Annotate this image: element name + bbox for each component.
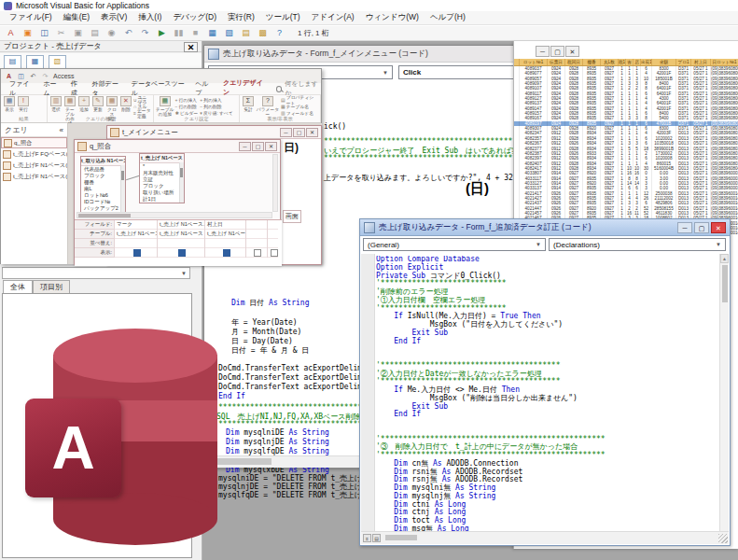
ribbon-mini-button[interactable]: ▦テーブル名 xyxy=(281,103,318,109)
header-cell[interactable]: 税回日 xyxy=(565,59,583,65)
show-checkbox[interactable] xyxy=(133,249,141,257)
object-combo[interactable]: (General) ▼ xyxy=(363,238,546,251)
main-menu-form-title-bar[interactable]: t_メインメニュー ─ ▢ ✕ xyxy=(107,126,321,139)
nav-item-query[interactable]: t_売上げF FQベース(t_取... xyxy=(1,148,67,160)
header-cell[interactable]: 丸L数 xyxy=(601,59,619,65)
collapse-pane-icon[interactable]: « xyxy=(60,126,63,134)
horizontal-scrollbar[interactable] xyxy=(77,212,272,218)
header-cell[interactable]: 棚番 xyxy=(583,59,601,65)
menu-item[interactable]: アドイン(A) xyxy=(306,12,360,23)
procedure-view-icon[interactable]: ≡ xyxy=(363,534,371,542)
show-checkbox[interactable] xyxy=(178,249,186,257)
field-item[interactable]: 取り扱い場所 xyxy=(140,189,184,196)
paste-icon[interactable]: ▤ xyxy=(89,27,101,39)
maximize-icon[interactable]: ▢ xyxy=(550,46,564,57)
field-item[interactable]: 南L xyxy=(81,186,125,192)
close-icon[interactable]: ✕ xyxy=(265,142,277,151)
field-list-target[interactable]: t_売上げ N1ベース*月末販売対性立証ブロック取り扱い場所計1日 xyxy=(139,153,185,203)
run-icon[interactable]: ▶ xyxy=(156,27,168,39)
field-item[interactable]: IDコード№ xyxy=(81,199,125,205)
find-icon[interactable]: ◉ xyxy=(105,27,118,39)
maximize-icon[interactable]: ▢ xyxy=(252,142,264,151)
form-button-fragment[interactable]: 画面 xyxy=(283,210,301,223)
properties-tab[interactable]: 項目別 xyxy=(33,280,70,294)
header-cell[interactable]: 伝票日 xyxy=(548,59,565,65)
menu-item[interactable]: ファイル(F) xyxy=(4,12,58,23)
view-code-icon[interactable]: ▤ xyxy=(4,55,21,69)
full-module-view-icon[interactable]: ▤ xyxy=(372,534,381,542)
menu-item[interactable]: 実行(R) xyxy=(222,12,260,23)
grid-column[interactable] xyxy=(267,220,278,258)
project-explorer-icon[interactable]: ▧ xyxy=(223,27,235,39)
ribbon-mini-button[interactable]: +列の挿入 xyxy=(200,96,232,103)
ribbon-button[interactable]: +追加 xyxy=(77,96,91,112)
scrollbar-thumb[interactable] xyxy=(722,265,728,302)
field-item[interactable]: 立証 xyxy=(140,176,184,183)
ribbon-button[interactable]: ?パラメーター xyxy=(256,96,280,117)
scroll-up-icon[interactable]: ▲ xyxy=(720,254,729,263)
vertical-scrollbar[interactable] xyxy=(272,154,278,212)
close-icon[interactable]: ✕ xyxy=(565,46,579,57)
field-item[interactable]: ブロック xyxy=(81,173,125,179)
redo-icon[interactable]: ↷ xyxy=(139,27,151,39)
header-cell[interactable]: 税1 xyxy=(619,59,626,65)
close-icon[interactable]: ✕ xyxy=(306,128,318,137)
procedure-combo[interactable]: (Declarations) ▼ xyxy=(549,238,726,251)
break-icon[interactable]: ▮▮ xyxy=(173,27,185,39)
undo-icon[interactable]: ↶ xyxy=(122,27,134,39)
navigation-pane-header[interactable]: クエリ « xyxy=(1,123,67,137)
nav-item-query[interactable]: t_売上げF N1ベース(店別... xyxy=(1,171,67,182)
menu-item[interactable]: デバッグ(D) xyxy=(167,12,222,23)
ribbon-button[interactable]: Σ集計 xyxy=(242,96,255,112)
view-object-icon[interactable]: ▦ xyxy=(26,55,44,69)
menu-item[interactable]: 挿入(I) xyxy=(132,12,167,23)
properties-tab[interactable]: 全体 xyxy=(3,280,33,294)
code-editor-edit[interactable]: Option Compare DatabaseOption ExplicitPr… xyxy=(376,256,717,533)
access-icon[interactable]: A xyxy=(5,27,17,39)
field-item[interactable]: 月末販売対性 xyxy=(140,170,184,176)
field-item[interactable]: バックアップ2 xyxy=(81,205,125,212)
ribbon-mini-button[interactable]: ▥フィールド名 xyxy=(281,109,318,116)
ribbon-button[interactable]: !実行 xyxy=(17,96,30,112)
grid-column[interactable]: マークt_売上げ N1ベース xyxy=(114,220,157,258)
minimize-icon[interactable]: ─ xyxy=(677,222,692,233)
maximize-icon[interactable]: ▢ xyxy=(293,128,305,137)
design-mode-icon[interactable]: ▦ xyxy=(206,27,218,39)
field-list-source[interactable]: t_取り込み N1ベース代表品番ブロック棚番南Lロット№6IDコード№バックアッ… xyxy=(80,156,126,214)
scrollbar-thumb[interactable] xyxy=(385,535,417,540)
show-checkbox[interactable] xyxy=(223,249,230,257)
menu-item[interactable]: ヘルプ(H) xyxy=(425,12,471,23)
help-icon[interactable]: ? xyxy=(273,27,285,39)
field-item[interactable]: 棚番 xyxy=(81,179,125,186)
nav-item-query[interactable]: t_売上げF N1ベース(t_取... xyxy=(1,160,67,171)
field-list-scrollbar[interactable] xyxy=(120,165,125,213)
maximize-icon[interactable]: ▢ xyxy=(694,222,709,233)
header-cell[interactable]: ロット№1 xyxy=(520,59,548,65)
field-item[interactable]: * xyxy=(140,163,184,170)
minimize-icon[interactable]: ─ xyxy=(536,46,550,57)
menu-item[interactable]: 表示(V) xyxy=(95,12,132,23)
show-checkbox[interactable] xyxy=(254,249,261,257)
scrollbar-thumb[interactable] xyxy=(78,214,131,217)
ribbon-button[interactable]: ✕削除 xyxy=(119,96,132,112)
nav-item-query[interactable]: q_照合 xyxy=(1,137,67,148)
minimize-icon[interactable]: ─ xyxy=(280,128,292,137)
header-cell[interactable]: 店 xyxy=(634,59,641,65)
resize-grip[interactable] xyxy=(718,534,728,543)
query-design-title-bar[interactable]: q_照合 ─ ▢ ✕ xyxy=(75,140,280,153)
ribbon-button[interactable]: ▦表示 xyxy=(3,96,16,112)
ribbon-mini-button[interactable]: ≡データ定義 xyxy=(133,109,151,116)
menu-item[interactable]: ウィンドウ(W) xyxy=(360,12,425,23)
field-list-scrollbar[interactable] xyxy=(179,162,184,203)
menu-item[interactable]: 編集(E) xyxy=(58,12,95,23)
ribbon-mini-button[interactable]: −列の削除 xyxy=(200,103,232,109)
grid-column[interactable]: 村上日t_売上げ N1ベース xyxy=(204,220,245,258)
project-panel-close-icon[interactable]: ✕ xyxy=(184,42,198,52)
field-item[interactable]: ブロック xyxy=(140,183,184,189)
ribbon-button[interactable]: ▥選択 xyxy=(49,96,63,112)
cut-icon[interactable]: ✂ xyxy=(55,27,67,39)
ribbon-mini-button[interactable]: ▾戻り値: すべて xyxy=(200,109,232,116)
show-checkbox[interactable] xyxy=(271,249,278,257)
header-cell[interactable]: プロ1 xyxy=(676,59,691,65)
code-window-edit-title-bar[interactable]: 売上げ取り込みデータ - Form_f_追加済データ訂正 (コード) ─ ▢ ✕ xyxy=(360,219,730,236)
